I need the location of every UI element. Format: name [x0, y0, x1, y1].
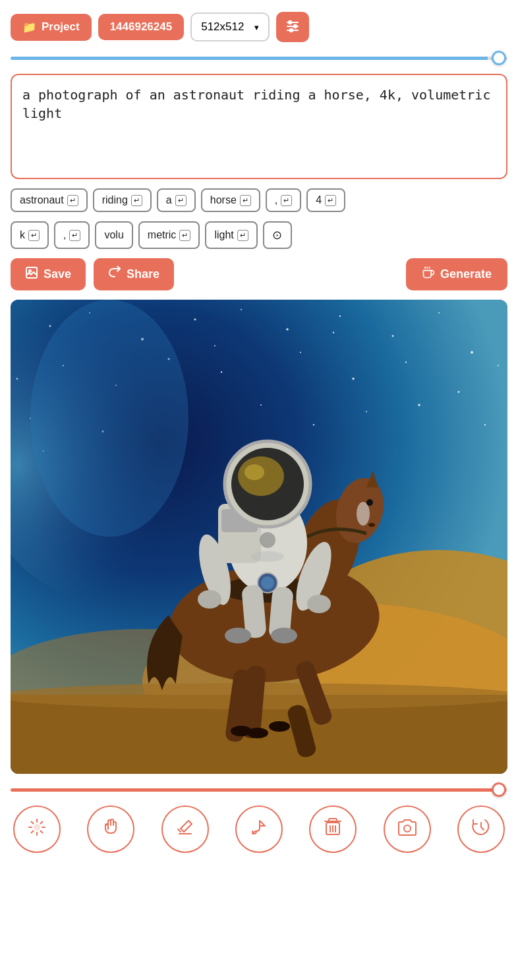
chip-riding[interactable]: riding ↵ [93, 188, 152, 212]
svg-point-20 [438, 312, 440, 313]
target-icon: ⊙ [272, 228, 282, 242]
camera-button[interactable] [384, 805, 431, 853]
size-value: 512x512 [201, 20, 244, 34]
svg-point-7 [29, 270, 31, 272]
return-icon: ↵ [28, 230, 40, 241]
history-button[interactable] [457, 805, 505, 853]
chip-target[interactable]: ⊙ [263, 221, 292, 249]
chip-label: light [214, 229, 233, 241]
chip-astronaut[interactable]: astronaut ↵ [11, 188, 88, 212]
svg-point-36 [484, 424, 486, 425]
chip-label: metric [148, 229, 177, 241]
svg-point-32 [260, 404, 262, 406]
chip-label: astronaut [20, 194, 64, 206]
chip-comma2[interactable]: , ↵ [54, 221, 90, 249]
return-icon: ↵ [175, 195, 187, 206]
svg-point-3 [294, 24, 297, 27]
chip-volu[interactable]: volu [95, 221, 132, 249]
return-icon: ↵ [281, 195, 292, 206]
camera-icon [397, 818, 417, 841]
svg-point-53 [357, 502, 370, 526]
chips-row-1: astronaut ↵ riding ↵ a ↵ horse ↵ , ↵ 4 ↵ [11, 188, 507, 212]
brush-icon [249, 817, 269, 842]
trash-button[interactable] [309, 805, 357, 853]
svg-point-41 [214, 345, 216, 346]
svg-point-92 [34, 825, 40, 830]
seed-button[interactable]: 1446926245 [98, 14, 185, 40]
size-selector[interactable]: 512x512 ▾ [190, 13, 270, 41]
eraser-button[interactable] [161, 805, 209, 853]
svg-point-17 [286, 328, 289, 331]
return-icon: ↵ [131, 195, 142, 206]
sliders-icon [285, 18, 300, 36]
chip-a[interactable]: a ↵ [157, 188, 196, 212]
svg-point-18 [339, 315, 341, 317]
svg-point-5 [290, 28, 293, 31]
folder-icon: 📁 [22, 20, 36, 34]
return-icon: ↵ [237, 230, 248, 241]
chip-label: horse [210, 194, 237, 206]
svg-point-1 [289, 20, 291, 23]
svg-point-82 [225, 628, 251, 643]
share-label: Share [127, 267, 159, 281]
svg-point-19 [392, 335, 394, 337]
project-button[interactable]: 📁 Project [11, 14, 92, 41]
share-button[interactable]: Share [94, 258, 174, 290]
hand-button[interactable] [87, 805, 134, 853]
history-icon [471, 817, 491, 842]
chip-light[interactable]: light ↵ [205, 221, 257, 249]
eraser-icon [175, 817, 195, 842]
chip-4[interactable]: 4 ↵ [306, 188, 345, 212]
chip-label: , [275, 194, 277, 206]
svg-point-43 [30, 300, 188, 537]
action-row: Save Share Generate [11, 258, 507, 290]
generate-button[interactable]: Generate [406, 258, 507, 290]
project-label: Project [42, 20, 80, 34]
top-slider[interactable] [11, 51, 507, 65]
svg-point-37 [498, 365, 499, 366]
chip-k[interactable]: k ↵ [11, 221, 49, 249]
save-button[interactable]: Save [11, 258, 86, 290]
svg-point-83 [271, 628, 297, 643]
svg-line-91 [32, 830, 34, 832]
brush-button[interactable] [235, 805, 283, 853]
seed-value: 1446926245 [110, 20, 173, 33]
chevron-down-icon: ▾ [254, 22, 259, 32]
hand-icon [101, 817, 121, 842]
share-icon [108, 266, 121, 283]
tools-row [11, 805, 507, 853]
svg-point-16 [241, 309, 242, 310]
svg-line-88 [32, 821, 34, 823]
svg-point-77 [307, 595, 331, 613]
svg-rect-6 [26, 267, 37, 278]
svg-point-76 [198, 590, 221, 609]
chip-comma1[interactable]: , ↵ [266, 188, 301, 212]
chip-horse[interactable]: horse ↵ [201, 188, 260, 212]
svg-point-55 [368, 523, 375, 527]
chip-label: volu [104, 229, 123, 241]
svg-point-28 [405, 362, 407, 363]
chips-row-2: k ↵ , ↵ volu metric ↵ light ↵ ⊙ [11, 221, 507, 249]
magic-wand-button[interactable] [13, 805, 61, 853]
svg-point-79 [261, 576, 274, 589]
settings-button[interactable] [276, 12, 309, 42]
chip-metric[interactable]: metric ↵ [138, 221, 200, 249]
svg-point-35 [418, 404, 420, 406]
return-icon: ↵ [69, 230, 80, 241]
svg-point-98 [404, 825, 411, 832]
return-icon: ↵ [67, 195, 78, 206]
svg-point-21 [471, 351, 473, 354]
svg-point-27 [352, 377, 355, 380]
bottom-slider[interactable] [11, 783, 507, 796]
generate-label: Generate [440, 267, 492, 281]
save-label: Save [43, 267, 71, 281]
svg-point-34 [366, 411, 367, 412]
return-icon: ↵ [240, 195, 251, 206]
svg-point-68 [251, 551, 284, 562]
svg-line-89 [41, 830, 43, 832]
chip-label: 4 [316, 194, 322, 206]
svg-point-54 [366, 499, 373, 506]
prompt-input[interactable]: a photograph of an astronaut riding a ho… [11, 74, 507, 179]
return-icon: ↵ [179, 230, 190, 241]
header-row: 📁 Project 1446926245 512x512 ▾ [11, 12, 507, 42]
